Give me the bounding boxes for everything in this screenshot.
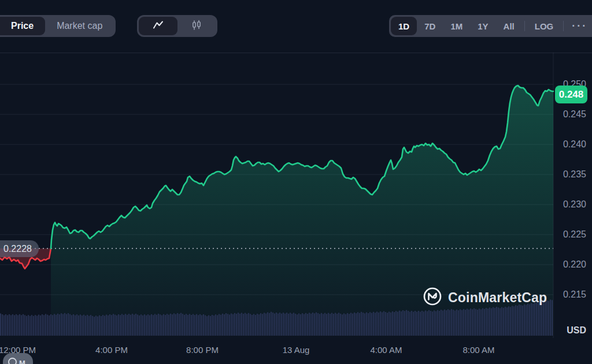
y-tick-label: 0.220 [556, 259, 586, 270]
line-chart-toggle[interactable] [139, 17, 177, 35]
x-tick-label: 8:00 AM [462, 345, 494, 355]
timeframe-1d-label: 1D [398, 21, 409, 31]
price-chart-canvas[interactable] [0, 0, 592, 364]
y-tick-label: 0.235 [556, 169, 586, 180]
x-tick-label: 8:00 PM [186, 345, 219, 355]
timeframe-1y-label: 1Y [478, 21, 488, 31]
current-price-badge: 0.248 [555, 86, 587, 103]
y-axis-unit-label: USD [556, 325, 586, 336]
candlestick-toggle[interactable] [177, 17, 216, 35]
tab-market-cap[interactable]: Market cap [45, 17, 114, 35]
x-tick-label: 4:00 PM [95, 345, 128, 355]
tab-market-cap-label: Market cap [57, 21, 102, 31]
x-tick-label: 4:00 AM [370, 345, 402, 355]
y-tick-label: 0.240 [556, 139, 586, 150]
timeframe-all[interactable]: All [496, 17, 522, 35]
tab-price-label: Price [11, 21, 34, 31]
previous-close-label: 0.2228 [0, 240, 39, 257]
divider [524, 21, 525, 31]
x-tick-label: 13 Aug [283, 345, 310, 355]
timeframe-7d[interactable]: 7D [417, 17, 443, 35]
y-tick-label: 0.230 [556, 199, 586, 210]
timeframe-1y[interactable]: 1Y [470, 17, 495, 35]
log-label: LOG [535, 21, 554, 31]
watermark-text: CoinMarketCap [448, 290, 547, 306]
timeframe-selector: 1D 7D 1M 1Y All LOG ··· [389, 15, 592, 37]
corner-badge-glyph: M [19, 359, 25, 364]
log-scale-toggle[interactable]: LOG [527, 17, 561, 35]
candlestick-icon [191, 20, 202, 33]
toolbar-separator [0, 53, 592, 53]
divider [563, 21, 564, 31]
timeframe-1m[interactable]: 1M [443, 17, 470, 35]
y-tick-label: 0.215 [556, 289, 586, 300]
chart-type-toggle [137, 15, 217, 37]
more-options-icon[interactable]: ··· [566, 20, 592, 32]
metric-toggle: Price Market cap [0, 15, 116, 37]
timeframe-all-label: All [504, 21, 515, 31]
watermark: CoinMarketCap [423, 287, 547, 309]
y-tick-label: 0.225 [556, 229, 586, 240]
timeframe-1d[interactable]: 1D [391, 17, 417, 35]
tab-price[interactable]: Price [0, 17, 45, 35]
timeframe-7d-label: 7D [424, 21, 435, 31]
crypto-price-chart-panel: Price Market cap 1D 7D 1M 1Y All LOG ··· [0, 0, 592, 364]
y-tick-label: 0.245 [556, 109, 586, 120]
line-chart-icon [153, 20, 164, 32]
timeframe-1m-label: 1M [450, 21, 462, 31]
corner-badge[interactable]: M [3, 353, 33, 364]
corner-badge-logo-icon [8, 357, 17, 364]
coinmarketcap-logo-icon [423, 287, 442, 309]
